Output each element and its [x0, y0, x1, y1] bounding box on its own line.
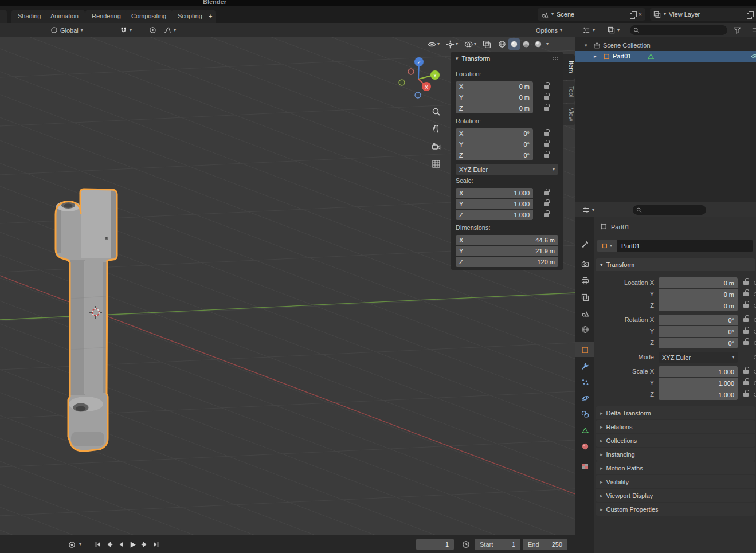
tab-constraints[interactable] [581, 410, 589, 418]
workspace-tab-animation[interactable]: Animation [44, 10, 85, 23]
scale-x-field[interactable]: X1.000 [456, 188, 533, 198]
lock-icon[interactable] [741, 277, 750, 288]
tab-view[interactable]: View [563, 104, 575, 125]
auto-keying-toggle[interactable] [66, 539, 77, 550]
lock-icon[interactable] [542, 103, 551, 113]
scale-x-field[interactable]: 1.000 [659, 366, 738, 377]
location-y-field[interactable]: 0 m [659, 289, 738, 300]
section-instancing[interactable]: ▸Instancing [596, 448, 755, 461]
animate-dot[interactable] [754, 370, 756, 374]
lock-icon[interactable] [542, 92, 551, 103]
3d-viewport[interactable]: Z Y X [0, 37, 575, 535]
outliner-search[interactable] [630, 25, 727, 35]
proportional-editing-toggle[interactable] [147, 25, 159, 36]
shading-wireframe-button[interactable] [496, 38, 508, 50]
location-x-field[interactable]: 0 m [659, 277, 738, 288]
animate-dot[interactable] [754, 318, 756, 322]
rotation-x-field[interactable]: 0° [659, 315, 738, 325]
panel-grip-icon[interactable] [551, 56, 558, 61]
section-visibility[interactable]: ▸Visibility [596, 475, 755, 488]
prev-keyframe-button[interactable] [104, 539, 115, 550]
outliner-row-part01[interactable]: ▸ Part01 [575, 51, 756, 62]
object-visibility-dropdown[interactable]: ▾ [426, 38, 441, 50]
section-viewport-display[interactable]: ▸Viewport Display [596, 489, 755, 502]
options-dropdown[interactable]: Options ▾ [534, 25, 565, 36]
axis-z-negative-ball[interactable] [415, 92, 421, 98]
tab-physics[interactable] [581, 394, 589, 402]
play-reverse-button[interactable] [116, 539, 126, 550]
lock-icon[interactable] [542, 188, 551, 198]
tab-output[interactable] [581, 276, 589, 285]
animate-dot[interactable] [754, 393, 756, 397]
section-collections[interactable]: ▸Collections [596, 434, 755, 447]
tab-view-layer[interactable] [581, 293, 589, 301]
disclosure-triangle-icon[interactable]: ▾ [585, 40, 587, 51]
jump-to-end-button[interactable] [151, 539, 161, 550]
part01-object[interactable] [56, 189, 117, 451]
current-frame-field[interactable]: 1 [416, 539, 454, 550]
section-relations[interactable]: ▸Relations [596, 420, 755, 433]
editor-type-dropdown[interactable]: ▾ [581, 25, 597, 36]
lock-icon[interactable] [741, 338, 750, 348]
tab-modifiers[interactable] [581, 362, 589, 370]
lock-icon[interactable] [542, 199, 551, 209]
frame-end-field[interactable]: End250 [523, 539, 567, 550]
shading-rendered-button[interactable] [532, 38, 544, 50]
workspace-tab-partial[interactable] [0, 10, 7, 23]
rotation-mode-dropdown[interactable]: XYZ Euler ▾ [456, 164, 558, 175]
transform-panel-header[interactable]: ▾ Transform [596, 258, 755, 271]
lock-icon[interactable] [741, 389, 750, 400]
animate-dot[interactable] [754, 281, 756, 285]
rotation-y-field[interactable]: 0° [659, 326, 738, 337]
proportional-falloff-dropdown[interactable]: ▾ [162, 25, 178, 36]
frame-start-field[interactable]: Start1 [475, 539, 520, 550]
dimension-x-field[interactable]: X44.6 m [456, 235, 558, 245]
properties-search-input[interactable] [644, 207, 703, 214]
outliner-options-partial[interactable] [749, 25, 756, 36]
add-workspace-button[interactable]: + [205, 10, 216, 23]
animate-dot[interactable] [754, 304, 756, 308]
scale-y-field[interactable]: Y1.000 [456, 199, 533, 209]
rotation-mode-dropdown[interactable]: XYZ Euler ▾ [659, 352, 738, 363]
show-gizmo-dropdown[interactable]: ▾ [445, 38, 459, 50]
tab-item[interactable]: Item [563, 54, 575, 80]
workspace-tab-scripting[interactable]: Scripting [171, 10, 209, 23]
pan-button[interactable] [429, 121, 444, 136]
axis-x-negative-ball[interactable] [408, 69, 414, 74]
location-z-field[interactable]: 0 m [659, 300, 738, 311]
next-keyframe-button[interactable] [139, 539, 150, 550]
scene-selector[interactable]: ▾ Scene × [538, 8, 645, 21]
disclosure-triangle-icon[interactable]: ▸ [594, 51, 597, 62]
zoom-button[interactable] [429, 104, 444, 119]
object-id-dropdown[interactable]: ▾ [597, 240, 617, 252]
location-z-field[interactable]: Z0 m [456, 103, 533, 113]
scale-y-field[interactable]: 1.000 [659, 378, 738, 389]
unlink-scene-icon[interactable]: × [639, 11, 642, 18]
navigation-gizmo[interactable]: Z Y X [394, 53, 447, 106]
lock-icon[interactable] [741, 300, 750, 311]
object-name-field[interactable]: Part01 [617, 240, 753, 252]
section-delta-transform[interactable]: ▸Delta Transform [596, 406, 755, 419]
animate-dot[interactable] [754, 381, 756, 385]
animate-dot[interactable] [754, 292, 756, 296]
workspace-tab-compositing[interactable]: Compositing [125, 10, 173, 23]
lock-icon[interactable] [741, 289, 750, 300]
section-motion-paths[interactable]: ▸Motion Paths [596, 461, 755, 474]
shading-solid-button[interactable] [508, 38, 520, 50]
location-y-field[interactable]: Y0 m [456, 92, 533, 103]
transform-panel-header[interactable]: ▾ Transform [451, 52, 563, 65]
lock-icon[interactable] [542, 128, 551, 139]
editor-type-dropdown[interactable]: ▾ [580, 205, 597, 215]
visibility-eye-icon[interactable] [751, 53, 756, 60]
tab-material[interactable] [581, 442, 589, 450]
animate-dot[interactable] [754, 341, 756, 345]
breadcrumb-object-name[interactable]: Part01 [611, 223, 629, 230]
animate-dot[interactable] [754, 330, 756, 334]
show-overlays-dropdown[interactable]: ▾ [463, 38, 477, 50]
tab-tool[interactable]: Tool [563, 81, 575, 103]
lock-icon[interactable] [542, 150, 551, 160]
dimension-z-field[interactable]: Z120 m [456, 257, 558, 267]
properties-search[interactable] [633, 205, 706, 215]
location-x-field[interactable]: X0 m [456, 81, 533, 92]
lock-icon[interactable] [741, 315, 750, 325]
